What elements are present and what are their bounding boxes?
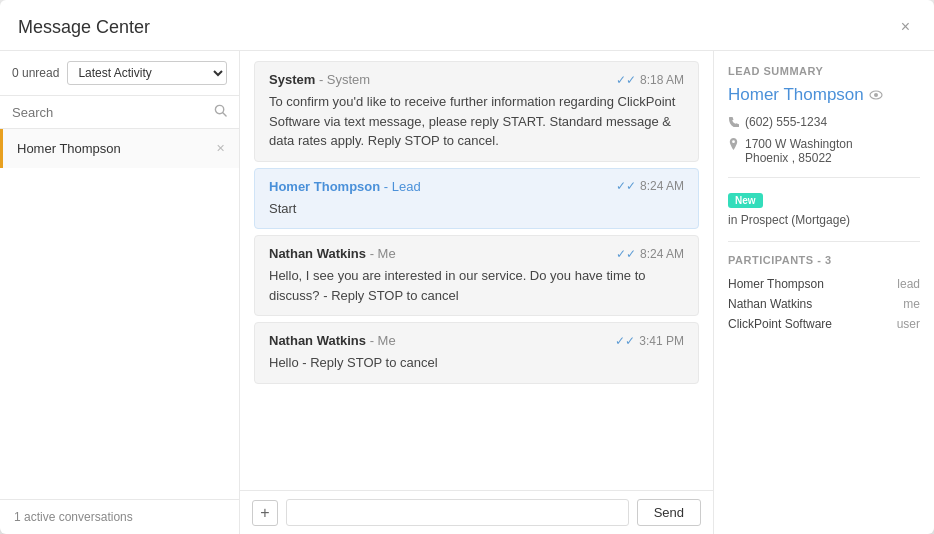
modal-title: Message Center [18, 17, 150, 38]
divider [728, 177, 920, 178]
modal-header: Message Center × [0, 0, 934, 51]
participant-row: ClickPoint Softwareuser [728, 314, 920, 334]
conversation-item[interactable]: Homer Thompson ✕ [0, 129, 239, 168]
lead-name-link[interactable]: Homer Thompson [728, 85, 920, 105]
participants-label: PARTICIPANTS - 3 [728, 254, 920, 266]
participant-name: Homer Thompson [728, 277, 824, 291]
participant-name: Nathan Watkins [728, 297, 812, 311]
conversation-item-close[interactable]: ✕ [216, 142, 225, 155]
location-icon [728, 138, 739, 154]
svg-point-3 [874, 93, 878, 97]
participant-role: lead [897, 277, 920, 291]
participant-role: me [903, 297, 920, 311]
message-bubble: Homer Thompson - Lead✓✓ 8:24 AMStart [254, 168, 699, 230]
message-bubble: Nathan Watkins - Me✓✓ 8:24 AMHello, I se… [254, 235, 699, 316]
message-time: ✓✓ 8:24 AM [616, 179, 684, 193]
participant-row: Homer Thompsonlead [728, 274, 920, 294]
unread-badge: 0 unread [12, 66, 59, 80]
messages-area: System - System✓✓ 8:18 AMTo confirm you'… [240, 51, 713, 490]
left-toolbar: 0 unread Latest Activity Unread First Ol… [0, 51, 239, 96]
search-box [0, 96, 239, 129]
message-time: ✓✓ 8:18 AM [616, 73, 684, 87]
phone-icon [728, 116, 739, 130]
message-bubble: System - System✓✓ 8:18 AMTo confirm you'… [254, 61, 699, 162]
middle-panel: System - System✓✓ 8:18 AMTo confirm you'… [240, 51, 714, 534]
message-text-input[interactable] [286, 499, 629, 526]
svg-line-1 [223, 113, 226, 116]
new-badge: New [728, 193, 763, 208]
participant-role: user [897, 317, 920, 331]
participants-list: Homer ThompsonleadNathan WatkinsmeClickP… [728, 274, 920, 334]
active-conversations-label: 1 active conversations [14, 510, 133, 524]
modal-body: 0 unread Latest Activity Unread First Ol… [0, 51, 934, 534]
message-body: To confirm you'd like to receive further… [269, 92, 684, 151]
prospect-text: in Prospect (Mortgage) [728, 213, 920, 227]
conversation-item-name: Homer Thompson [17, 141, 121, 156]
phone-number: (602) 555-1234 [745, 115, 827, 129]
message-body: Hello - Reply STOP to cancel [269, 353, 684, 373]
close-button[interactable]: × [895, 14, 916, 40]
divider2 [728, 241, 920, 242]
activity-select[interactable]: Latest Activity Unread First Oldest Firs… [67, 61, 227, 85]
search-icon [214, 104, 227, 120]
participant-row: Nathan Watkinsme [728, 294, 920, 314]
message-center-modal: Message Center × 0 unread Latest Activit… [0, 0, 934, 534]
send-button[interactable]: Send [637, 499, 701, 526]
message-time: ✓✓ 8:24 AM [616, 247, 684, 261]
message-body: Hello, I see you are interested in our s… [269, 266, 684, 305]
address: 1700 W Washington Phoenix , 85022 [745, 137, 853, 165]
left-panel: 0 unread Latest Activity Unread First Ol… [0, 51, 240, 534]
phone-row: (602) 555-1234 [728, 115, 920, 130]
message-bubble: Nathan Watkins - Me✓✓ 3:41 PMHello - Rep… [254, 322, 699, 384]
lead-summary-label: LEAD SUMMARY [728, 65, 920, 77]
lead-name: Homer Thompson [728, 85, 864, 105]
message-input-area: + Send [240, 490, 713, 534]
participant-name: ClickPoint Software [728, 317, 832, 331]
message-body: Start [269, 199, 684, 219]
left-footer: 1 active conversations [0, 499, 239, 534]
add-attachment-button[interactable]: + [252, 500, 278, 526]
address-row: 1700 W Washington Phoenix , 85022 [728, 137, 920, 165]
message-time: ✓✓ 3:41 PM [615, 334, 684, 348]
conversation-list: Homer Thompson ✕ [0, 129, 239, 499]
search-input[interactable] [12, 105, 208, 120]
right-panel: LEAD SUMMARY Homer Thompson (602) 555-12… [714, 51, 934, 534]
eye-icon [869, 88, 883, 103]
